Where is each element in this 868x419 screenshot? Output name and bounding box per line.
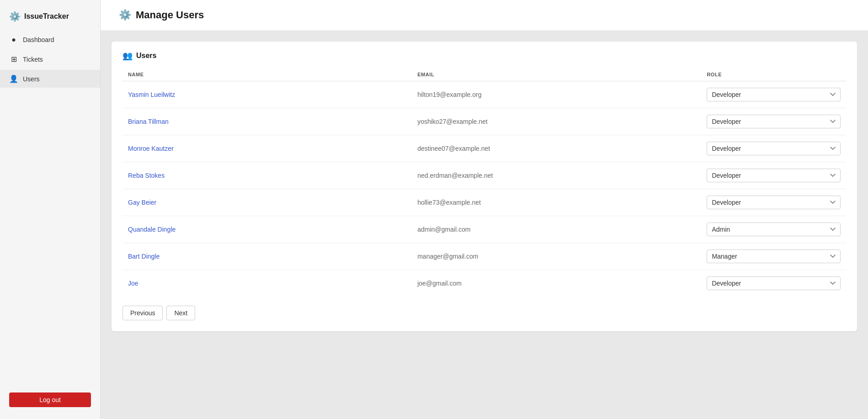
table-row: Joejoe@gmail.comDeveloperAdminManager bbox=[122, 270, 846, 297]
user-email: admin@gmail.com bbox=[412, 216, 701, 243]
table-row: Quandale Dingleadmin@gmail.comDeveloperA… bbox=[122, 216, 846, 243]
page-title: Manage Users bbox=[136, 9, 204, 21]
user-name-link[interactable]: Joe bbox=[128, 280, 138, 287]
sidebar-item-dashboard-label: Dashboard bbox=[23, 36, 54, 43]
main-content: ⚙️ Manage Users 👥 Users NAME EMAIL ROLE … bbox=[101, 0, 868, 419]
sidebar-item-tickets[interactable]: ⊞ Tickets bbox=[0, 50, 100, 68]
users-icon: 👤 bbox=[9, 74, 18, 83]
table-row: Monroe Kautzerdestinee07@example.netDeve… bbox=[122, 135, 846, 162]
table-body: Yasmin Lueilwitzhilton19@example.orgDeve… bbox=[122, 81, 846, 297]
role-select[interactable]: DeveloperAdminManager bbox=[707, 142, 841, 155]
sidebar-nav: ● Dashboard ⊞ Tickets 👤 Users bbox=[0, 31, 100, 388]
table-header: NAME EMAIL ROLE bbox=[122, 68, 846, 81]
table-row: Reba Stokesned.erdman@example.netDevelop… bbox=[122, 162, 846, 189]
user-email: destinee07@example.net bbox=[412, 135, 701, 162]
users-table: NAME EMAIL ROLE Yasmin Lueilwitzhilton19… bbox=[122, 68, 846, 297]
previous-button[interactable]: Previous bbox=[122, 306, 163, 320]
card-header-icon: 👥 bbox=[122, 51, 133, 61]
user-name-link[interactable]: Bart Dingle bbox=[128, 253, 160, 260]
sidebar-item-users[interactable]: 👤 Users bbox=[0, 70, 100, 88]
user-email: manager@gmail.com bbox=[412, 243, 701, 270]
user-name-link[interactable]: Yasmin Lueilwitz bbox=[128, 91, 175, 98]
user-email: yoshiko27@example.net bbox=[412, 108, 701, 135]
sidebar: ⚙️ IssueTracker ● Dashboard ⊞ Tickets 👤 … bbox=[0, 0, 101, 419]
table-header-row: NAME EMAIL ROLE bbox=[122, 68, 846, 81]
card-header: 👥 Users bbox=[122, 51, 846, 61]
sidebar-item-users-label: Users bbox=[23, 75, 40, 83]
role-select[interactable]: DeveloperAdminManager bbox=[707, 88, 841, 101]
col-header-role: ROLE bbox=[701, 68, 846, 81]
app-name: IssueTracker bbox=[24, 12, 69, 21]
col-header-name: NAME bbox=[122, 68, 412, 81]
pagination: Previous Next bbox=[122, 306, 846, 320]
role-select[interactable]: DeveloperAdminManager bbox=[707, 169, 841, 182]
role-select[interactable]: DeveloperAdminManager bbox=[707, 196, 841, 209]
role-select[interactable]: DeveloperAdminManager bbox=[707, 223, 841, 236]
role-select[interactable]: DeveloperAdminManager bbox=[707, 115, 841, 128]
tickets-icon: ⊞ bbox=[9, 55, 18, 64]
user-name-link[interactable]: Gay Beier bbox=[128, 199, 156, 206]
page-header: ⚙️ Manage Users bbox=[101, 0, 868, 31]
table-row: Gay Beierhollie73@example.netDeveloperAd… bbox=[122, 189, 846, 216]
next-button[interactable]: Next bbox=[166, 306, 195, 320]
user-name-link[interactable]: Briana Tillman bbox=[128, 118, 169, 125]
role-select[interactable]: DeveloperAdminManager bbox=[707, 249, 841, 263]
table-row: Bart Dinglemanager@gmail.comDeveloperAdm… bbox=[122, 243, 846, 270]
sidebar-item-tickets-label: Tickets bbox=[23, 56, 43, 63]
user-name-link[interactable]: Quandale Dingle bbox=[128, 226, 176, 233]
table-row: Yasmin Lueilwitzhilton19@example.orgDeve… bbox=[122, 81, 846, 108]
role-select[interactable]: DeveloperAdminManager bbox=[707, 276, 841, 290]
logo-icon: ⚙️ bbox=[9, 11, 21, 22]
sidebar-item-dashboard[interactable]: ● Dashboard bbox=[0, 31, 100, 48]
app-logo: ⚙️ IssueTracker bbox=[0, 7, 100, 31]
dashboard-icon: ● bbox=[9, 36, 18, 44]
user-email: hilton19@example.org bbox=[412, 81, 701, 108]
user-email: hollie73@example.net bbox=[412, 189, 701, 216]
users-card: 👥 Users NAME EMAIL ROLE Yasmin Lueilwitz… bbox=[112, 42, 857, 331]
logout-button[interactable]: Log out bbox=[9, 392, 91, 407]
user-name-link[interactable]: Monroe Kautzer bbox=[128, 145, 174, 152]
user-email: ned.erdman@example.net bbox=[412, 162, 701, 189]
card-title: Users bbox=[136, 52, 156, 60]
logout-section: Log out bbox=[9, 392, 91, 407]
page-header-icon: ⚙️ bbox=[119, 9, 131, 21]
col-header-email: EMAIL bbox=[412, 68, 701, 81]
table-row: Briana Tillmanyoshiko27@example.netDevel… bbox=[122, 108, 846, 135]
content-area: 👥 Users NAME EMAIL ROLE Yasmin Lueilwitz… bbox=[101, 31, 868, 419]
user-name-link[interactable]: Reba Stokes bbox=[128, 172, 165, 179]
user-email: joe@gmail.com bbox=[412, 270, 701, 297]
